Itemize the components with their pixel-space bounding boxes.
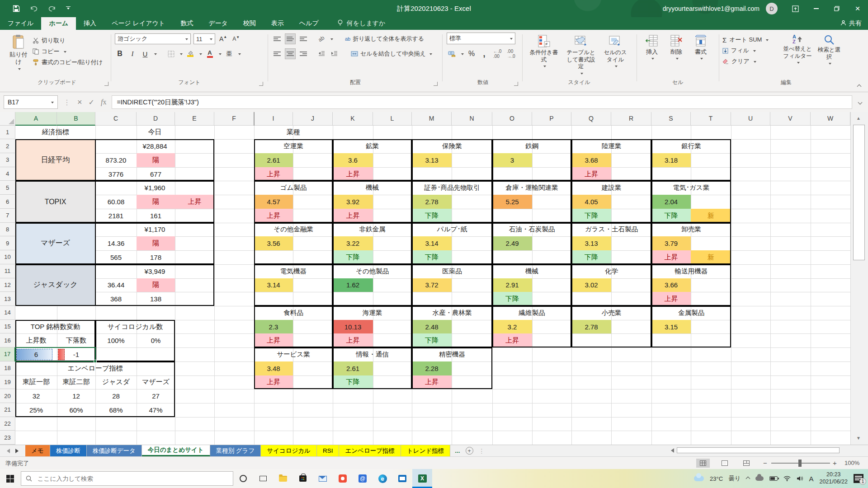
row-header-12[interactable]: 12	[0, 278, 15, 292]
red-app-button[interactable]	[333, 469, 353, 488]
row-header-9[interactable]: 9	[0, 236, 15, 250]
cancel-icon[interactable]: ×	[77, 98, 82, 107]
column-header-Q[interactable]: Q	[571, 112, 611, 126]
account-email[interactable]: dryyourtearswithlove1@gmail.com	[663, 5, 760, 12]
stats-down-value[interactable]: -1	[57, 347, 95, 361]
industry-status[interactable]: 上昇	[254, 333, 293, 347]
more-sheets-ellipsis[interactable]: ...	[455, 447, 460, 454]
percent-style-button[interactable]: %	[467, 48, 476, 59]
industry-status[interactable]: 上昇	[333, 333, 373, 347]
econ-value3[interactable]: 161	[137, 209, 175, 223]
econ-price[interactable]: ¥3,949	[95, 264, 214, 278]
onedrive-icon[interactable]	[755, 476, 764, 481]
zoom-level[interactable]: 100%	[844, 460, 859, 466]
minimize-button[interactable]	[806, 0, 826, 17]
number-dialog-launcher[interactable]	[514, 82, 518, 86]
column-header-T[interactable]: T	[691, 112, 731, 126]
ribbon-tab-8[interactable]: ヘルプ	[292, 17, 326, 30]
econ-value3[interactable]: 677	[137, 167, 175, 181]
account-avatar[interactable]: D	[766, 3, 778, 14]
sheet-tab-8[interactable]: トレンド指標	[401, 445, 450, 456]
industry-name[interactable]: 電気機器	[254, 264, 333, 278]
industry-value[interactable]: 3.6	[333, 153, 373, 167]
increase-indent-button[interactable]	[329, 48, 339, 59]
column-header-V[interactable]: V	[770, 112, 811, 126]
ribbon-tab-7[interactable]: 表示	[264, 17, 292, 30]
stats-up-value[interactable]: 6	[15, 347, 57, 361]
econ-value1[interactable]: 60.08	[95, 195, 137, 209]
clipboard-dialog-launcher[interactable]	[104, 82, 108, 86]
econ-candle[interactable]: 陽	[137, 278, 175, 292]
industry-status[interactable]: 下降	[412, 250, 452, 264]
stats-psy-header[interactable]: サイコロジカル数	[95, 320, 175, 334]
envelope-count[interactable]: 27	[137, 389, 175, 403]
stats-top-header[interactable]: TOP 銘柄数変動	[15, 320, 95, 334]
tell-me-box[interactable]: 何をしますか	[337, 17, 386, 30]
insert-function-icon[interactable]: fx	[101, 98, 106, 106]
prev-sheet-icon[interactable]	[5, 449, 10, 453]
industry-status[interactable]: 下降	[333, 375, 373, 389]
hidden-icons-chevron[interactable]	[746, 476, 750, 481]
row-header-4[interactable]: 4	[0, 167, 15, 181]
column-header-A[interactable]: A	[15, 112, 57, 126]
decrease-indent-button[interactable]	[316, 48, 326, 59]
industry-value[interactable]: 4.05	[571, 195, 611, 209]
econ-index-name[interactable]: マザーズ	[15, 223, 95, 264]
format-painter-button[interactable]: 書式のコピー/貼り付け	[33, 57, 103, 68]
industry-status[interactable]: 下降	[571, 209, 611, 223]
restore-button[interactable]	[826, 0, 847, 17]
econ-value3[interactable]: 178	[137, 250, 175, 264]
sheet-tab-4[interactable]: 業種別 グラフ	[210, 445, 261, 456]
column-header-W[interactable]: W	[811, 112, 850, 126]
row-header-5[interactable]: 5	[0, 181, 15, 195]
align-left-button[interactable]	[272, 48, 282, 59]
industry-status[interactable]: 上昇	[254, 167, 293, 181]
industry-value[interactable]: 2.3	[254, 320, 293, 334]
cut-button[interactable]: 切り取り	[33, 35, 103, 46]
envelope-col-header[interactable]: ジャスダ	[95, 375, 137, 389]
industry-status[interactable]: 下降	[492, 292, 532, 306]
envelope-count[interactable]: 12	[57, 389, 95, 403]
sheet-tab-5[interactable]: サイコロジカル	[261, 445, 317, 456]
column-header-K[interactable]: K	[333, 112, 373, 126]
industry-name[interactable]: 卸売業	[651, 223, 731, 237]
fill-color-button[interactable]	[185, 48, 195, 59]
file-explorer-button[interactable]	[273, 469, 293, 488]
industry-name[interactable]: 機械	[333, 181, 412, 195]
sort-filter-button[interactable]: AZ 並べ替えとフィルター	[780, 33, 815, 67]
column-header-O[interactable]: O	[492, 112, 532, 126]
copy-button[interactable]: コピー	[33, 46, 103, 57]
industry-value[interactable]: 3.13	[571, 236, 611, 250]
industry-name[interactable]: 石油・石炭製品	[492, 223, 571, 237]
start-button[interactable]	[0, 469, 20, 488]
row-header-13[interactable]: 13	[0, 292, 15, 306]
industry-status[interactable]: 上昇	[492, 333, 532, 347]
font-size-combo[interactable]: 11	[193, 33, 215, 44]
shrink-font-button[interactable]: A▼	[231, 33, 241, 44]
envelope-col-header[interactable]: マザーズ	[137, 375, 175, 389]
econ-value1[interactable]: 873.20	[95, 153, 137, 167]
ime-indicator[interactable]: A	[809, 475, 813, 483]
industry-name[interactable]: 輸送用機器	[651, 264, 731, 278]
industry-name[interactable]: サービス業	[254, 347, 333, 361]
taskbar-search[interactable]	[21, 471, 233, 486]
increase-decimal-button[interactable]: ←.0.00	[492, 48, 503, 59]
econ-value2[interactable]: 3776	[95, 167, 137, 181]
stats-up-label[interactable]: 上昇数	[15, 333, 57, 347]
industry-status[interactable]: 上昇	[412, 375, 452, 389]
industry-name[interactable]: 建設業	[571, 181, 651, 195]
column-header-J[interactable]: J	[293, 112, 333, 126]
taskbar-search-input[interactable]	[37, 475, 208, 483]
sheet-tab-0[interactable]: メモ	[25, 445, 50, 456]
column-header-U[interactable]: U	[731, 112, 770, 126]
envelope-percent[interactable]: 25%	[15, 403, 57, 417]
zoom-out-button[interactable]: −	[763, 459, 767, 467]
close-button[interactable]: ×	[847, 0, 868, 17]
industry-name[interactable]: 非鉄金属	[333, 223, 412, 237]
microsoft-store-button[interactable]	[293, 469, 313, 488]
mail-app-button[interactable]	[313, 469, 333, 488]
row-header-18[interactable]: 18	[0, 361, 15, 375]
ribbon-tab-1[interactable]: ホーム	[41, 17, 76, 30]
font-dialog-launcher[interactable]	[259, 82, 263, 86]
alignment-dialog-launcher[interactable]	[434, 82, 438, 86]
